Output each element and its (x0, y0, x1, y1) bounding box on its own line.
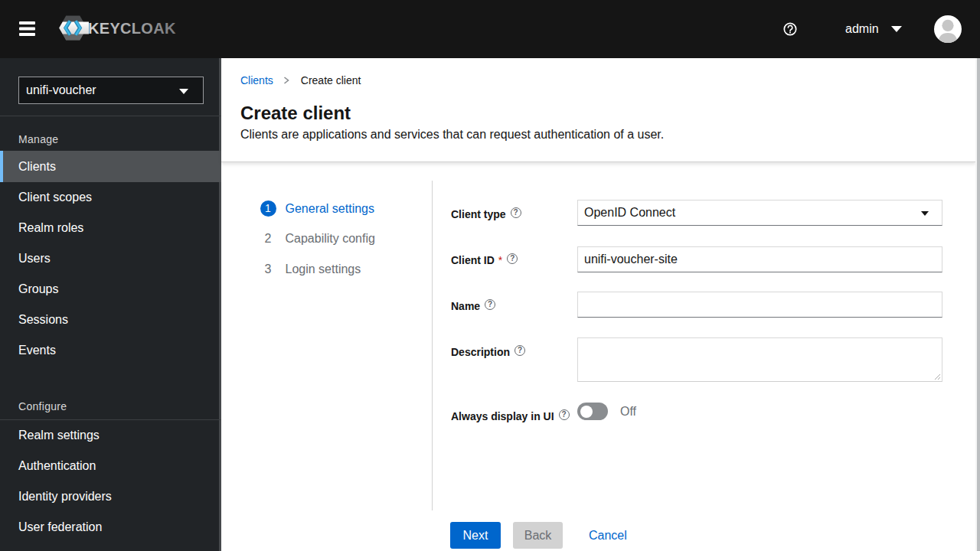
svg-text:KEYCLOAK: KEYCLOAK (88, 20, 176, 37)
